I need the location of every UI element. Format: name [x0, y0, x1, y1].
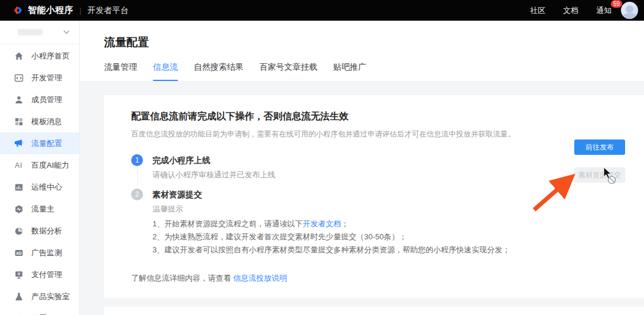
sidebar-item-3[interactable]: 模板消息 [0, 111, 79, 132]
ad-icon: AD [14, 248, 24, 258]
setup-card-subtitle: 百度信息流投放的功能目前为申请制，需要有在线可用的小程序包并通过申请评估后才可在… [131, 129, 567, 139]
sidebar-item-label: 运维中心 [31, 182, 62, 193]
app-name-redacted [18, 29, 43, 35]
notification-badge: 59 [611, 0, 622, 8]
step-1-badge: 1 [131, 154, 143, 166]
step-1-title: 完成小程序上线 [152, 154, 567, 166]
sidebar-item-label: 广告监测 [31, 248, 62, 258]
sidebar-menu: 小程序首页开发管理成员管理模板消息流量配置AI百度AI能力运维中心流量主数据分析… [0, 44, 79, 315]
svg-text:¥: ¥ [18, 272, 20, 276]
sidebar-item-label: 支付管理 [31, 269, 62, 280]
tab-3[interactable]: 百家号文章挂载 [259, 62, 317, 81]
member-icon [14, 95, 24, 105]
sidebar-item-label: 流量主 [31, 204, 54, 215]
sidebar-item-label: 产品实验室 [31, 291, 70, 302]
card-footer: 了解信息流详细内容，请查看 信息流投放说明 [131, 273, 567, 284]
pie-chart-icon [14, 226, 24, 236]
megaphone-icon [14, 138, 24, 148]
sidebar-item-1[interactable]: 开发管理 [0, 67, 79, 89]
go-publish-button[interactable]: 前往发布 [574, 139, 625, 155]
topbar-link-2[interactable]: 通知59 [596, 5, 612, 16]
material-submit-button[interactable]: 素材资源提交 [574, 167, 625, 183]
sidebar-item-8[interactable]: 数据分析 [0, 220, 79, 242]
brand-divider: | [80, 6, 82, 15]
setup-card-title: 配置信息流前请完成以下操作，否则信息流无法生效 [131, 111, 567, 123]
tip-1: 2、为快速熟悉流程，建议开发者首次提交素材时先少量提交（30-50条）； [152, 230, 567, 243]
feed-guide-link[interactable]: 信息流投放说明 [233, 274, 287, 282]
avatar[interactable] [621, 2, 638, 19]
topbar-link-1[interactable]: 文档 [563, 5, 578, 16]
tab-1[interactable]: 信息流 [153, 62, 178, 81]
tab-bar: 流量管理信息流自然搜索结果百家号文章挂载贴吧推广 [104, 62, 644, 81]
platform-name: 开发者平台 [87, 5, 129, 16]
tips-list: 1、开始素材资源提交流程之前，请通读以下开发者文档；2、为快速熟悉流程，建议开发… [152, 217, 567, 256]
overview-card: 信息流投放概述 智能小程序为开发者提供对接百度生态的能力，为智能小程序导入百度信… [104, 307, 644, 315]
payment-icon: ¥ [14, 269, 24, 280]
template-icon [14, 116, 24, 126]
sidebar-item-label: 成员管理 [31, 95, 62, 105]
sidebar-item-label: 模板消息 [31, 116, 62, 127]
tip-2: 3、建议开发者可以按照自有小程序素材类型尽量提交多种素材分类资源，帮助您的小程序… [152, 243, 567, 256]
flask-icon [14, 291, 24, 301]
tab-0[interactable]: 流量管理 [104, 62, 137, 81]
traffic-hexagon-icon [14, 204, 24, 214]
footer-text: 了解信息流详细内容，请查看 [131, 274, 233, 282]
chevron-down-icon [63, 30, 70, 34]
step-2: 2 素材资源提交 温馨提示 1、开始素材资源提交流程之前，请通读以下开发者文档；… [131, 189, 567, 265]
home-icon [14, 51, 24, 61]
sidebar-item-4[interactable]: 流量配置 [0, 132, 79, 154]
step-2-title: 素材资源提交 [152, 189, 567, 200]
sidebar-item-7[interactable]: 流量主 [0, 198, 79, 220]
sidebar-item-11[interactable]: 产品实验室 [0, 285, 79, 307]
tab-4[interactable]: 贴吧推广 [333, 62, 366, 81]
step-2-desc: 温馨提示 [152, 204, 567, 215]
sidebar-item-label: 小程序首页 [31, 51, 70, 61]
step-connector [137, 168, 138, 186]
developer-docs-link[interactable]: 开发者文档 [303, 219, 341, 228]
sidebar-item-0[interactable]: 小程序首页 [0, 45, 79, 67]
sidebar-item-9[interactable]: AD广告监测 [0, 242, 79, 264]
sidebar-item-12[interactable]: 设置 [0, 307, 79, 315]
tab-2[interactable]: 自然搜索结果 [194, 62, 243, 81]
sidebar-item-label: 设置 [31, 313, 47, 315]
sidebar-item-label: 流量配置 [31, 138, 62, 149]
ops-chart-icon [14, 182, 24, 192]
step-2-badge: 2 [131, 189, 143, 200]
page-title: 流量配置 [104, 35, 644, 50]
topbar: 智能小程序 | 开发者平台 社区文档通知59 [0, 0, 644, 21]
page-head: 流量配置 流量管理信息流自然搜索结果百家号文章挂载贴吧推广 [80, 21, 644, 81]
sidebar-item-label: 数据分析 [31, 226, 62, 236]
tip-0: 1、开始素材资源提交流程之前，请通读以下开发者文档； [152, 217, 567, 230]
sidebar-item-2[interactable]: 成员管理 [0, 89, 79, 111]
content: 配置信息流前请完成以下操作，否则信息流无法生效 百度信息流投放的功能目前为申请制… [80, 81, 644, 315]
step-1-desc: 请确认小程序审核通过并已发布上线 [152, 170, 567, 180]
topbar-links: 社区文档通知59 [530, 5, 612, 16]
sidebar-item-label: 百度AI能力 [31, 160, 69, 171]
brand[interactable]: 智能小程序 [13, 5, 74, 16]
ai-icon: AI [14, 160, 24, 170]
sidebar-item-10[interactable]: ¥支付管理 [0, 264, 79, 285]
app-selector[interactable] [0, 21, 79, 44]
topbar-link-0[interactable]: 社区 [530, 5, 545, 16]
sidebar: 小程序首页开发管理成员管理模板消息流量配置AI百度AI能力运维中心流量主数据分析… [0, 21, 80, 315]
smart-miniprogram-logo-icon [13, 5, 23, 15]
brand-name: 智能小程序 [28, 5, 74, 16]
sidebar-item-5[interactable]: AI百度AI能力 [0, 154, 79, 176]
sidebar-item-label: 开发管理 [31, 73, 62, 83]
sidebar-item-6[interactable]: 运维中心 [0, 176, 79, 198]
main: 流量配置 流量管理信息流自然搜索结果百家号文章挂载贴吧推广 配置信息流前请完成以… [80, 21, 644, 315]
step-1: 1 完成小程序上线 请确认小程序审核通过并已发布上线 [131, 154, 567, 189]
svg-text:AD: AD [16, 251, 22, 255]
setup-card: 配置信息流前请完成以下操作，否则信息流无法生效 百度信息流投放的功能目前为申请制… [104, 95, 644, 298]
code-icon [14, 73, 24, 83]
